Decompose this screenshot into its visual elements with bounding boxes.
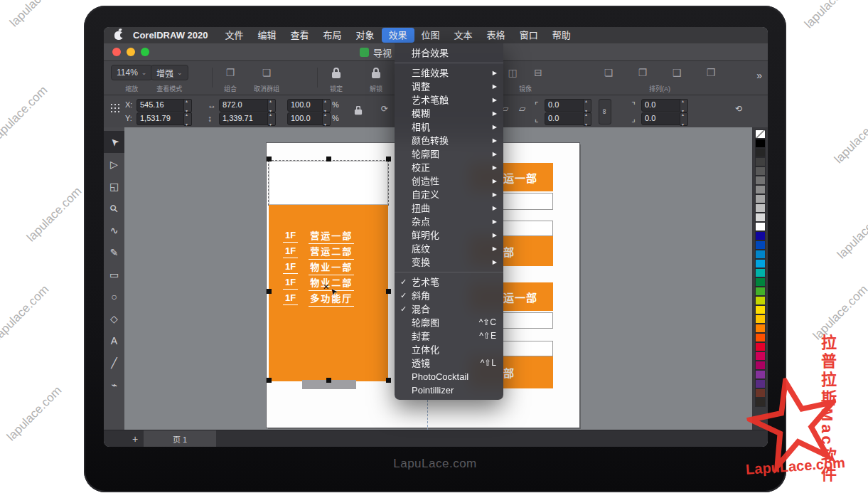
line-tool[interactable]: ╱ [104,351,124,374]
shape-tool[interactable]: ▷ [104,153,124,175]
palette-swatch[interactable] [755,166,766,176]
ungroup-button[interactable]: ❏ [256,65,277,80]
sign-header-box[interactable] [269,161,388,205]
palette-swatch[interactable] [755,314,766,324]
app-title[interactable]: CorelDRAW 2020 [126,30,215,41]
forward-one-button[interactable]: ❑ [666,65,687,80]
freehand-tool[interactable]: ∿ [104,219,124,241]
corner-stepper-4[interactable] [680,112,688,126]
effects-menu-item[interactable]: 相机▶ [395,120,503,134]
group-button[interactable]: ❐ [220,65,241,80]
text-tool[interactable]: A [104,329,124,351]
palette-swatch[interactable] [755,231,766,240]
selection-handle[interactable] [386,378,391,383]
palette-swatch[interactable] [755,240,766,250]
fullscreen-window-button[interactable] [141,48,149,56]
to-back-button[interactable]: ❐ [632,65,653,80]
effects-menu-item[interactable]: 校正▶ [395,161,503,174]
palette-swatch[interactable] [755,148,766,157]
mirror-vertical-button[interactable]: ⊟ [527,65,549,80]
height-stepper[interactable] [267,112,276,126]
palette-swatch[interactable] [755,213,766,222]
y-stepper[interactable] [183,112,192,126]
palette-swatch[interactable] [755,157,766,166]
zoom-tool[interactable]: ⚲ [104,197,124,219]
minimize-window-button[interactable] [127,48,135,56]
scale-y-field[interactable]: 100.0 [287,112,327,125]
corner-stepper-2[interactable] [583,112,591,126]
palette-swatch[interactable] [755,259,766,268]
menubar-item-8[interactable]: 文本 [447,28,480,43]
selection-handle[interactable] [326,157,331,161]
object-position-grid-icon[interactable] [111,104,119,112]
corner-radius-field-3[interactable]: 0.0 [641,99,684,112]
effects-menu-item[interactable]: 底纹▶ [395,242,503,255]
corner-stepper-3[interactable] [680,99,688,112]
apple-menu-icon[interactable] [114,31,123,40]
effects-menu-item[interactable]: 拼合效果 [395,46,503,60]
to-front-button[interactable]: ❏ [598,65,619,80]
effects-menu-item[interactable]: ✓斜角 [395,289,503,302]
effects-menu-item[interactable]: 自定义▶ [395,188,503,201]
palette-swatch[interactable] [755,296,766,305]
scale-lock-icon[interactable] [355,110,362,115]
effects-menu-item[interactable]: 三维效果▶ [395,66,503,80]
add-page-button[interactable]: + [127,430,144,447]
palette-swatch[interactable] [755,203,766,213]
menubar-item-7[interactable]: 位图 [414,28,447,43]
effects-menu-item[interactable]: 艺术笔触▶ [395,93,503,107]
lock-button[interactable] [326,65,347,80]
selection-handle[interactable] [267,289,272,294]
effects-menu-item[interactable]: 杂点▶ [395,215,503,228]
artistic-media-tool[interactable]: ✎ [104,241,124,263]
effects-menu-item[interactable]: 扭曲▶ [395,201,503,215]
menubar-item-2[interactable]: 编辑 [251,28,284,43]
effects-menu-item[interactable]: 轮廓图^⇧C [395,316,503,329]
mirror-horizontal-button[interactable]: ◫ [502,65,523,80]
scale-x-field[interactable]: 100.0 [287,99,327,112]
zoom-level-dropdown[interactable]: 114% ⌄ [111,65,152,80]
palette-swatch[interactable] [755,194,766,203]
connector-tool[interactable]: ⌁ [104,374,124,396]
effects-menu-item[interactable]: Pointillizer [395,383,503,397]
palette-swatch[interactable] [755,287,766,296]
effects-menu-item[interactable]: 颜色转换▶ [395,134,503,147]
palette-swatch[interactable] [755,129,766,139]
y-position-field[interactable]: 1,531.79 [136,112,188,125]
scale-x-stepper[interactable] [322,99,331,112]
x-position-field[interactable]: 545.16 [136,99,188,112]
menubar-item-9[interactable]: 表格 [480,28,513,43]
unlock-button[interactable] [365,65,387,80]
menubar-item-4[interactable]: 布局 [316,28,349,43]
link-corners-button[interactable]: ∞ [599,99,611,124]
palette-swatch[interactable] [755,139,766,148]
palette-swatch[interactable] [755,176,766,185]
back-one-button[interactable]: ❒ [700,65,722,80]
page-tab[interactable]: 页 1 [144,430,216,447]
corner-radius-field-1[interactable]: 0.0 [545,99,587,112]
palette-swatch[interactable] [755,277,766,287]
width-field[interactable]: 872.0 [219,99,272,112]
effects-menu-item[interactable]: 模糊▶ [395,107,503,120]
menubar-item-1[interactable]: 文件 [218,28,250,43]
rotate-icon[interactable]: ⟳ [381,104,388,114]
relative-corner-icon[interactable]: ⟲ [735,104,742,114]
close-window-button[interactable] [112,48,121,56]
scale-y-stepper[interactable] [322,112,331,126]
menubar-item-3[interactable]: 查看 [284,28,316,43]
effects-menu-item[interactable]: 创造性▶ [395,174,503,188]
skew-vertical-icon[interactable]: ▱ [519,104,525,114]
selection-handle[interactable] [386,289,391,294]
menubar-item-6[interactable]: 效果 [382,28,414,43]
ellipse-tool[interactable]: ○ [104,285,124,307]
effects-menu-item[interactable]: 立体化 [395,343,503,356]
effects-menu-item[interactable]: ✓混合 [395,302,503,316]
palette-swatch[interactable] [755,185,766,194]
effects-menu-item[interactable]: 鲜明化▶ [395,228,503,242]
menubar-item-11[interactable]: 帮助 [545,28,578,43]
rectangle-tool[interactable]: ▭ [104,263,124,285]
height-field[interactable]: 1,339.71 [219,112,272,125]
effects-menu-item[interactable]: 透镜^⇧L [395,356,503,370]
palette-swatch[interactable] [755,268,766,277]
effects-menu-item[interactable]: 封套^⇧E [395,329,503,343]
